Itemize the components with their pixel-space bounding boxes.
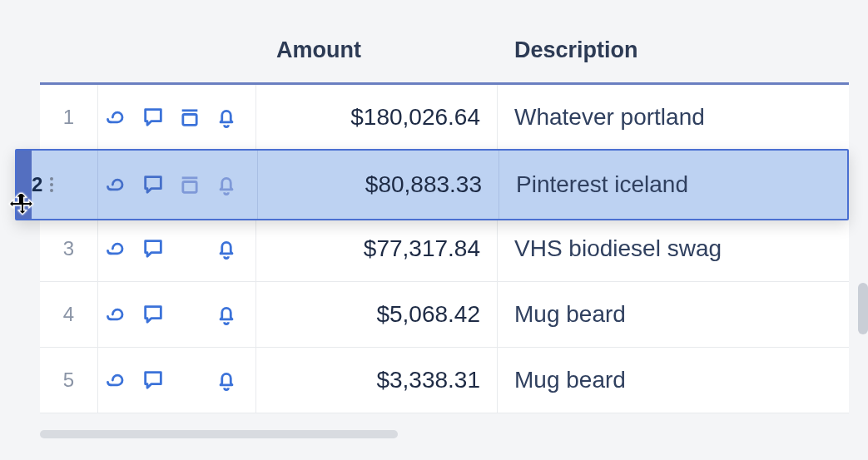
cell-amount[interactable]: $3,338.31: [256, 348, 498, 413]
table-body: 1 $180,026.64 Whatever portland 2: [40, 85, 849, 413]
row-icons: [98, 216, 256, 281]
svg-point-2: [50, 177, 53, 181]
row-icons: [98, 85, 256, 150]
attachment-icon[interactable]: [105, 173, 128, 196]
comment-icon[interactable]: [141, 106, 165, 129]
cell-amount[interactable]: $180,026.64: [256, 85, 498, 150]
attachment-icon[interactable]: [105, 237, 128, 260]
archive-icon[interactable]: [178, 106, 201, 129]
bell-icon[interactable]: [215, 303, 238, 326]
svg-rect-1: [183, 115, 196, 126]
row-index: 3: [40, 216, 98, 281]
svg-rect-6: [183, 182, 196, 193]
bell-icon[interactable]: [215, 106, 238, 129]
cell-description[interactable]: Pinterest iceland: [499, 151, 847, 219]
attachment-icon[interactable]: [105, 106, 128, 129]
cell-description[interactable]: VHS biodiesel swag: [498, 216, 849, 281]
comment-icon[interactable]: [141, 173, 165, 196]
bell-icon[interactable]: [215, 173, 238, 196]
column-header-amount[interactable]: Amount: [256, 37, 498, 63]
cell-description[interactable]: Mug beard: [498, 282, 849, 347]
column-header-description[interactable]: Description: [498, 37, 849, 63]
more-dots-icon[interactable]: [49, 175, 54, 195]
cell-description[interactable]: Whatever portland: [498, 85, 849, 150]
row-icons: [98, 151, 258, 219]
svg-point-4: [50, 189, 53, 192]
bell-icon[interactable]: [215, 368, 238, 392]
comment-icon[interactable]: [141, 368, 165, 392]
vertical-scrollbar[interactable]: [858, 283, 868, 334]
row-icons: [98, 282, 256, 347]
table-row[interactable]: 4 $5,068.42 Mug beard: [40, 282, 849, 348]
row-icons: [98, 348, 256, 413]
comment-icon[interactable]: [141, 237, 165, 260]
table-row[interactable]: 1 $180,026.64 Whatever portland: [40, 85, 849, 151]
comment-icon[interactable]: [141, 303, 165, 326]
archive-icon[interactable]: [178, 173, 201, 196]
cell-amount[interactable]: $77,317.84: [256, 216, 498, 281]
row-index: 5: [40, 348, 98, 413]
svg-point-3: [50, 183, 53, 186]
cell-amount[interactable]: $5,068.42: [256, 282, 498, 347]
attachment-icon[interactable]: [105, 303, 128, 326]
cell-description[interactable]: Mug beard: [498, 348, 849, 413]
row-index-number: 2: [32, 173, 42, 196]
cell-amount[interactable]: $80,883.33: [258, 151, 499, 219]
horizontal-scrollbar[interactable]: [40, 430, 398, 438]
bell-icon[interactable]: [215, 237, 238, 260]
row-index[interactable]: 2: [17, 151, 98, 219]
table-row[interactable]: 5 $3,338.31 Mug beard: [40, 348, 849, 413]
table-row-selected[interactable]: 2 $80,883.33 Pinterest iceland: [15, 149, 849, 220]
row-index: 1: [40, 85, 98, 150]
attachment-icon[interactable]: [105, 368, 128, 392]
row-index: 4: [40, 282, 98, 347]
table-row[interactable]: 3 $77,317.84 VHS biodiesel swag: [40, 216, 849, 282]
data-grid: Amount Description 1 $180,026.64 Whateve…: [40, 18, 849, 413]
table-header-row: Amount Description: [40, 18, 849, 85]
